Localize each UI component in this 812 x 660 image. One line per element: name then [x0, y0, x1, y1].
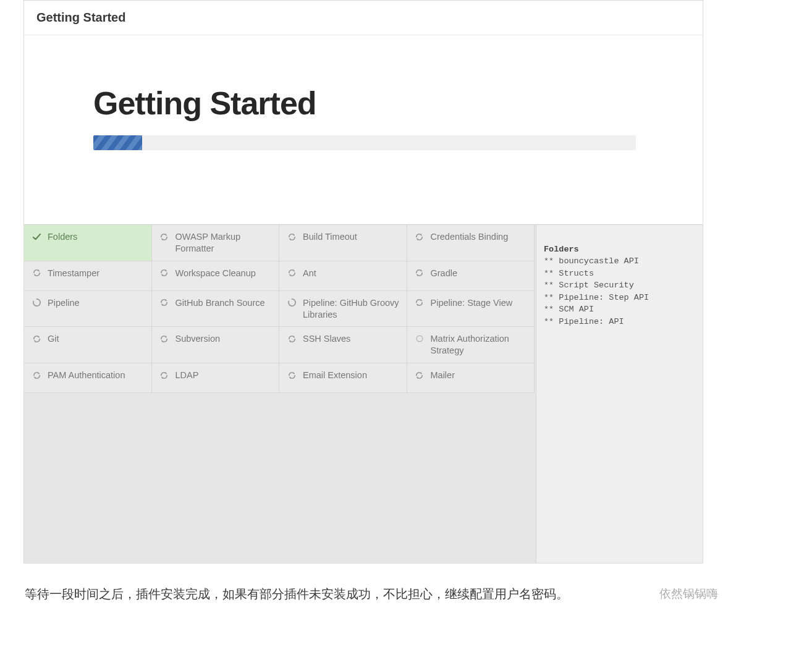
progress-bar-fill [93, 135, 142, 150]
plugin-cell: Pipeline [24, 291, 152, 328]
plugin-label: Git [48, 333, 145, 345]
plugin-cell: Ant [279, 261, 407, 291]
log-line: ** Structs [544, 268, 695, 280]
plugin-cell: Pipeline: Stage View [407, 291, 535, 328]
plugin-row: TimestamperWorkspace CleanupAntGradle [24, 261, 536, 291]
plugin-label: OWASP Markup Formatter [176, 231, 273, 255]
grid-empty-space [24, 393, 536, 563]
setup-dialog: Getting Started Getting Started FoldersO… [23, 0, 703, 564]
plugin-label: Matrix Authorization Strategy [431, 333, 528, 357]
refresh-icon [415, 232, 425, 242]
header-title: Getting Started [36, 11, 125, 24]
plugin-label: LDAP [176, 370, 273, 381]
refresh-icon [159, 334, 169, 344]
refresh-icon [159, 268, 169, 278]
refresh-icon [159, 232, 169, 242]
plugin-cell: Matrix Authorization Strategy [407, 327, 535, 363]
check-icon [32, 232, 41, 242]
plugin-label: Build Timeout [303, 231, 400, 243]
circle-icon [415, 334, 425, 344]
refresh-icon [415, 298, 425, 308]
log-line: ** bouncycastle API [544, 255, 695, 268]
hero-section: Getting Started [24, 35, 703, 175]
refresh-icon [159, 370, 169, 380]
plugin-cell: Git [24, 327, 152, 363]
plugin-label: Timestamper [48, 268, 145, 279]
plugin-row: FoldersOWASP Markup FormatterBuild Timeo… [24, 225, 536, 261]
plugin-row: PAM AuthenticationLDAPEmail ExtensionMai… [24, 363, 536, 393]
plugin-cell: Folders [24, 225, 152, 261]
plugin-label: PAM Authentication [48, 370, 145, 381]
plugin-row: GitSubversionSSH SlavesMatrix Authorizat… [24, 327, 536, 363]
log-line: ** Script Security [544, 279, 695, 292]
plugin-cell: Subversion [152, 327, 280, 363]
plugin-label: Gradle [431, 268, 528, 279]
install-log: Folders ** bouncycastle API** Structs** … [536, 225, 703, 563]
plugin-cell: Mailer [407, 363, 535, 393]
plugin-label: Pipeline [48, 297, 145, 309]
log-line: ** SCM API [544, 303, 695, 316]
refresh-icon [159, 298, 169, 308]
plugin-cell: Email Extension [279, 363, 407, 393]
plugin-cell: OWASP Markup Formatter [152, 225, 280, 261]
plugin-label: Pipeline: GitHub Groovy Libraries [303, 297, 400, 321]
page-title: Getting Started [93, 85, 633, 122]
plugin-label: Credentials Binding [431, 231, 528, 243]
log-line: ** Pipeline: API [544, 316, 695, 328]
plugin-grid: FoldersOWASP Markup FormatterBuild Timeo… [24, 225, 536, 563]
refresh-icon [415, 370, 425, 380]
plugin-row: PipelineGitHub Branch SourcePipeline: Gi… [24, 291, 536, 328]
watermark-text: 依然锅锅嗨 [659, 586, 718, 602]
plugin-label: Workspace Cleanup [176, 268, 273, 279]
spinner-icon [32, 298, 41, 308]
plugin-cell: Timestamper [24, 261, 152, 291]
svg-point-0 [417, 336, 423, 342]
refresh-icon [32, 334, 41, 344]
plugin-label: GitHub Branch Source [176, 297, 273, 309]
plugin-cell: LDAP [152, 363, 280, 393]
plugin-label: Folders [48, 231, 145, 243]
refresh-icon [32, 370, 41, 380]
refresh-icon [287, 268, 297, 278]
log-title: Folders [544, 245, 579, 254]
plugin-cell: Build Timeout [279, 225, 407, 261]
log-line: ** Pipeline: Step API [544, 292, 695, 304]
plugin-cell: Workspace Cleanup [152, 261, 280, 291]
plugin-label: SSH Slaves [303, 333, 400, 345]
progress-bar-track [93, 135, 636, 150]
plugin-cell: Gradle [407, 261, 535, 291]
plugin-cell: SSH Slaves [279, 327, 407, 363]
plugin-label: Ant [303, 268, 400, 279]
plugin-label: Mailer [431, 370, 528, 381]
dialog-header: Getting Started [24, 1, 703, 35]
plugin-label: Pipeline: Stage View [431, 297, 528, 309]
plugin-cell: Pipeline: GitHub Groovy Libraries [279, 291, 407, 328]
content-area: FoldersOWASP Markup FormatterBuild Timeo… [24, 224, 703, 563]
plugin-label: Subversion [176, 333, 273, 345]
refresh-icon [287, 334, 297, 344]
caption-text: 等待一段时间之后，插件安装完成，如果有部分插件未安装成功，不比担心，继续配置用户… [25, 586, 569, 603]
refresh-icon [287, 232, 297, 242]
plugin-cell: GitHub Branch Source [152, 291, 280, 328]
plugin-cell: Credentials Binding [407, 225, 535, 261]
refresh-icon [32, 268, 41, 278]
spinner-icon [287, 298, 297, 308]
refresh-icon [287, 370, 297, 380]
plugin-label: Email Extension [303, 370, 400, 381]
refresh-icon [415, 268, 425, 278]
plugin-cell: PAM Authentication [24, 363, 152, 393]
